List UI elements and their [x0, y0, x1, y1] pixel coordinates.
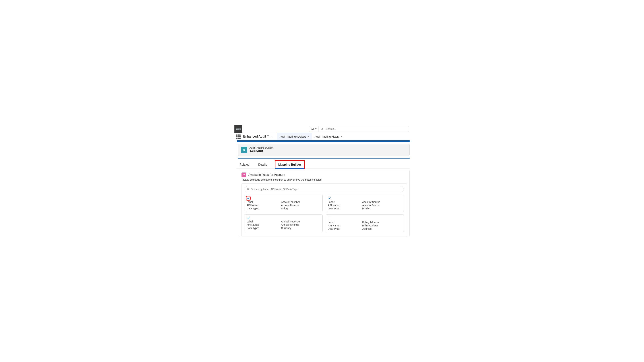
brand-logo: epam — [234, 125, 242, 133]
record-header: Audit Tracking sObject Account — [238, 144, 410, 156]
kv-val-label: Account Source — [362, 200, 402, 203]
kv-val-type: Address — [362, 227, 402, 230]
record-title: Account — [250, 149, 273, 153]
chevron-down-icon — [341, 136, 342, 137]
field-card-billing-address: Label:Billing Address API Name:BillingAd… — [326, 214, 404, 232]
tab-related[interactable]: Related — [239, 161, 250, 169]
chevron-down-icon — [308, 136, 310, 137]
kv-val-type: Picklist — [362, 207, 402, 210]
help-text: Please select/de-select the checkbox to … — [242, 178, 407, 181]
field-checkbox[interactable] — [246, 196, 250, 200]
kv-val-type: Currency — [281, 227, 320, 229]
field-card-account-number: Label:Account Number API Name:AccountNum… — [244, 195, 322, 212]
record-tab-strip: Related Details Mapping Builder — [236, 161, 410, 169]
section-title: Available fields for Account — [248, 173, 285, 177]
nav-tab-audit-tracking-sobjects[interactable]: Audit Tracking sObjects — [277, 133, 312, 140]
global-search: All — [309, 126, 409, 132]
kv-key-api: API Name: — [246, 223, 281, 226]
kv-key-label: Label: — [246, 220, 281, 223]
svg-line-3 — [248, 189, 249, 190]
field-checkbox[interactable] — [328, 216, 331, 219]
field-checkbox[interactable] — [246, 216, 250, 219]
record-type-label: Audit Tracking sObject — [250, 147, 273, 149]
nav-tab-label: Audit Tracking sObjects — [280, 135, 306, 138]
kv-val-label: Annual Revenue — [281, 220, 320, 223]
kv-val-api: AccountNumber — [281, 204, 320, 207]
search-scope-label: All — [311, 128, 314, 130]
svg-point-0 — [321, 128, 322, 129]
chevron-down-icon — [315, 128, 316, 129]
kv-val-label: Billing Address — [362, 221, 402, 224]
top-bar: epam All — [234, 125, 410, 133]
search-scope-select[interactable]: All — [309, 126, 318, 132]
kv-val-label: Account Number — [281, 200, 320, 203]
field-search-input[interactable] — [251, 188, 402, 190]
field-card-account-source: Label:Account Source API Name:AccountSou… — [326, 195, 404, 212]
kv-key-type: Data Type: — [328, 207, 362, 210]
accent-bar — [236, 140, 410, 142]
record-type-icon — [241, 147, 247, 153]
field-checkbox[interactable] — [328, 196, 331, 200]
global-search-input[interactable] — [325, 127, 409, 130]
field-search — [244, 186, 404, 192]
nav-bar: Enhanced Audit Tr... Audit Tracking sObj… — [234, 133, 410, 140]
nav-tab-audit-tracking-history[interactable]: Audit Tracking History — [312, 133, 345, 140]
app-launcher-icon[interactable] — [236, 135, 240, 139]
field-card-annual-revenue: Label:Annual Revenue API Name:AnnualReve… — [244, 214, 322, 232]
app-name: Enhanced Audit Tr... — [243, 135, 277, 139]
kv-val-api: BillingAddress — [362, 224, 402, 227]
mapping-builder-content: Available fields for Account Please sele… — [239, 170, 410, 237]
app-window: epam All Enhanced Audit Tr... Audit Trac… — [234, 125, 410, 237]
section-icon — [242, 173, 246, 177]
kv-key-label: Label: — [246, 200, 281, 203]
kv-val-api: AccountSource — [362, 204, 402, 207]
accent-bar-thin — [238, 158, 410, 159]
kv-key-type: Data Type: — [328, 227, 362, 230]
kv-key-api: API Name: — [328, 224, 362, 227]
tab-mapping-builder[interactable]: Mapping Builder — [275, 161, 304, 169]
svg-point-2 — [247, 188, 249, 190]
search-icon — [247, 188, 250, 190]
kv-key-type: Data Type: — [246, 207, 281, 210]
record-panel: Related Details Mapping Builder Availabl… — [236, 161, 410, 237]
kv-key-type: Data Type: — [246, 227, 281, 229]
nav-tab-label: Audit Tracking History — [314, 135, 339, 138]
search-icon — [318, 128, 325, 130]
kv-key-api: API Name: — [246, 204, 281, 207]
kv-key-label: Label: — [328, 200, 362, 203]
svg-line-1 — [322, 129, 323, 130]
kv-key-label: Label: — [328, 221, 362, 224]
kv-key-api: API Name: — [328, 204, 362, 207]
fields-panel: Label:Account Number API Name:AccountNum… — [242, 183, 407, 237]
kv-val-api: AnnualRevenue — [281, 223, 320, 226]
tab-details[interactable]: Details — [258, 161, 268, 169]
kv-val-type: String — [281, 207, 320, 210]
